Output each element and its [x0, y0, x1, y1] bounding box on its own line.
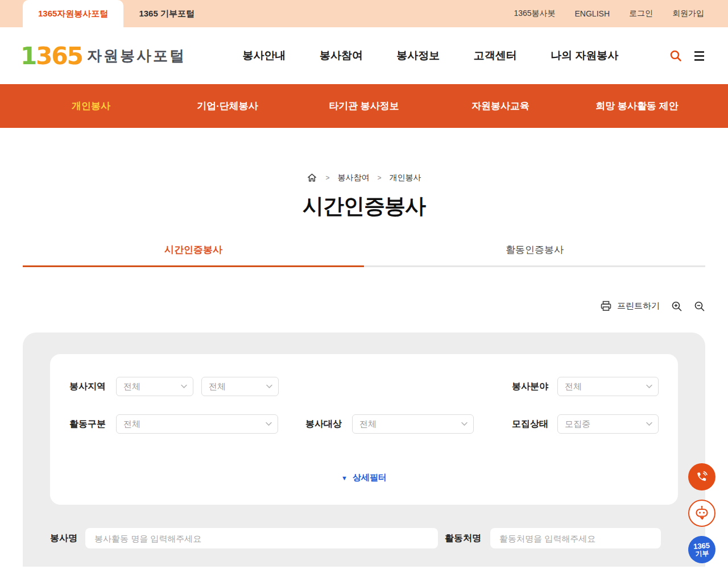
subnav-personal[interactable]: 개인봉사: [23, 84, 159, 128]
subnav-education[interactable]: 자원봉사교육: [432, 84, 569, 128]
zoom-out-icon[interactable]: [694, 301, 705, 312]
nav-volunteer-info[interactable]: 봉사정보: [396, 48, 440, 63]
filter-row-2: 활동구분 전체 봉사대상 전체 모집상태 모집중: [69, 414, 659, 434]
phone-icon: [695, 470, 709, 484]
org-name-input[interactable]: [490, 528, 661, 548]
site-logo[interactable]: 1365 자원봉사포털: [20, 42, 186, 70]
breadcrumb-item-join[interactable]: 봉사참여: [338, 173, 370, 183]
logo-text: 자원봉사포털: [87, 46, 186, 66]
status-label: 모집상태: [512, 418, 549, 430]
chevron-down-icon: [181, 385, 187, 389]
tab-volunteer-portal[interactable]: 1365자원봉사포털: [23, 0, 123, 27]
printer-icon[interactable]: [600, 300, 612, 312]
utility-links: 1365봉사봇 ENGLISH 로그인 회원가입: [514, 0, 704, 27]
target-select[interactable]: 전체: [352, 414, 474, 434]
chatbot-button[interactable]: [688, 500, 715, 527]
top-utility-bar: 1365자원봉사포털 1365 기부포털 1365봉사봇 ENGLISH 로그인…: [0, 0, 728, 27]
triangle-down-icon: ▼: [341, 475, 348, 481]
subnav-corporate[interactable]: 기업·단체봉사: [159, 84, 296, 128]
detail-filter-label: 상세필터: [353, 472, 387, 483]
field-select[interactable]: 전체: [557, 377, 659, 396]
field-group: 봉사분야 전체: [512, 377, 659, 396]
page-title: 시간인증봉사: [0, 192, 728, 221]
status-select[interactable]: 모집중: [557, 414, 659, 434]
tab-donation-portal[interactable]: 1365 기부포털: [123, 0, 210, 27]
zoom-in-icon[interactable]: [671, 301, 682, 312]
activity-type-select[interactable]: 전체: [116, 414, 278, 434]
home-icon[interactable]: [307, 172, 317, 183]
name-search-row: 봉사명 활동처명: [50, 528, 678, 548]
tab-time-certified[interactable]: 시간인증봉사: [23, 234, 364, 267]
filter-panel: 봉사지역 전체 전체 봉사분야 전체: [23, 332, 705, 567]
print-label[interactable]: 프린트하기: [617, 301, 660, 311]
tab-activity-certified[interactable]: 활동인증봉사: [364, 234, 705, 267]
region-select-2[interactable]: 전체: [201, 377, 279, 396]
nav-volunteer-join[interactable]: 봉사참여: [320, 48, 363, 63]
filter-card: 봉사지역 전체 전체 봉사분야 전체: [50, 354, 678, 505]
chevron-down-icon: [646, 422, 652, 426]
chevron-down-icon: [461, 422, 468, 426]
nav-customer-center[interactable]: 고객센터: [474, 48, 517, 63]
logo-number: 1365: [20, 42, 82, 70]
global-nav: 봉사안내 봉사참여 봉사정보 고객센터 나의 자원봉사: [226, 48, 635, 63]
chevron-down-icon: [646, 385, 652, 389]
org-name-label: 활동처명: [445, 533, 481, 544]
breadcrumb-separator: >: [325, 174, 329, 182]
breadcrumb-item-personal[interactable]: 개인봉사: [390, 173, 421, 183]
certify-tabs: 시간인증봉사 활동인증봉사: [23, 234, 705, 267]
main-header: 1365 자원봉사포털 봉사안내 봉사참여 봉사정보 고객센터 나의 자원봉사: [0, 27, 728, 84]
header-icons: [669, 49, 704, 62]
volunteer-name-input[interactable]: [85, 528, 438, 548]
chevron-down-icon: [266, 422, 272, 426]
search-icon[interactable]: [669, 49, 682, 62]
status-group: 모집상태 모집중: [512, 414, 659, 434]
region-label: 봉사지역: [69, 381, 108, 393]
breadcrumb: > 봉사참여 > 개인봉사: [0, 128, 728, 183]
menu-icon[interactable]: [694, 51, 704, 61]
link-1365-bot[interactable]: 1365봉사봇: [514, 9, 555, 19]
nav-my-volunteer[interactable]: 나의 자원봉사: [551, 48, 618, 63]
portal-switch-tabs: 1365자원봉사포털 1365 기부포털: [23, 0, 210, 27]
chatbot-icon: [693, 505, 710, 522]
breadcrumb-separator: >: [378, 174, 382, 182]
subnav-suggestion[interactable]: 희망 봉사활동 제안: [569, 84, 705, 128]
detail-filter-toggle[interactable]: ▼ 상세필터: [69, 472, 659, 483]
link-signup[interactable]: 회원가입: [672, 9, 704, 19]
link-login[interactable]: 로그인: [629, 9, 653, 19]
target-label: 봉사대상: [305, 418, 344, 430]
volunteer-name-label: 봉사명: [50, 533, 77, 544]
donation-label-line2: 기부: [695, 550, 709, 558]
subnav-other-orgs[interactable]: 타기관 봉사정보: [296, 84, 432, 128]
field-label: 봉사분야: [512, 381, 549, 393]
filter-row-1: 봉사지역 전체 전체 봉사분야 전체: [69, 377, 659, 396]
category-nav: 개인봉사 기업·단체봉사 타기관 봉사정보 자원봉사교육 희망 봉사활동 제안: [0, 84, 728, 128]
nav-volunteer-guide[interactable]: 봉사안내: [243, 48, 286, 63]
link-english[interactable]: ENGLISH: [575, 9, 610, 18]
print-toolbar: 프린트하기: [23, 300, 705, 312]
call-button[interactable]: [688, 463, 715, 490]
target-group: 봉사대상 전체: [305, 414, 474, 434]
region-select-1[interactable]: 전체: [116, 377, 193, 396]
activity-type-label: 활동구분: [69, 418, 108, 430]
chevron-down-icon: [266, 385, 272, 389]
